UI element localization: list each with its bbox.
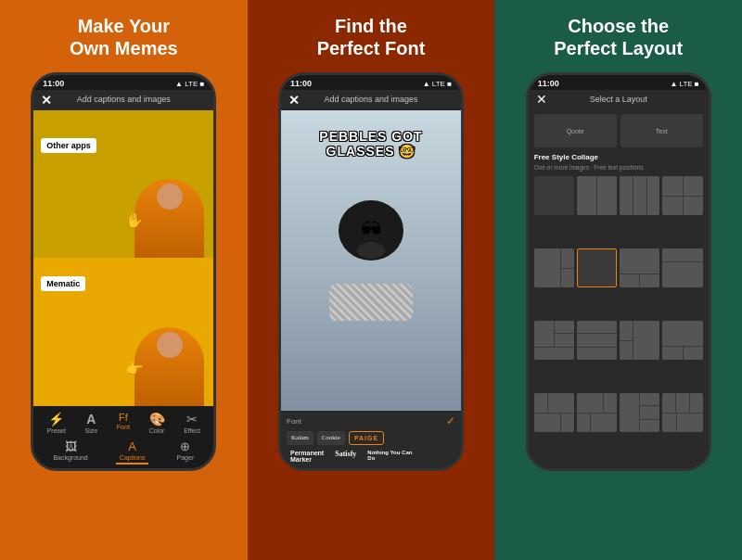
layout-cell-11[interactable] [620,321,659,360]
toolbar-tabs: 🖼 Background A Captions ⊕ Pager [37,438,210,465]
meme-top: ✋ Other apps [33,110,213,259]
bolt-icon: ⚡ [48,412,64,426]
tab-pager[interactable]: ⊕ Pager [173,438,198,465]
pager-tab-label: Pager [177,454,195,461]
layout-cell-7[interactable] [620,248,659,287]
status-bar-2: 11:00 ▲ LTE ■ [281,75,461,90]
background-tab-icon: 🖼 [65,439,77,453]
panel2-title: Find thePerfect Font [317,15,426,59]
layout-quote[interactable]: Quote [534,114,617,147]
layout-text[interactable]: Text [620,114,703,147]
text-label: Text [656,128,668,134]
font-toolbar-label: Font [287,417,301,426]
effect-icon[interactable]: ✂ Effect [184,412,200,434]
panel3-title: Choose thePerfect Layout [554,15,683,59]
panel-layout: Choose thePerfect Layout 11:00 ▲ LTE ■ ✕… [494,0,742,560]
font-list-row2: PermanentMarker Satisfy Nothing You CanD… [287,448,455,465]
font-satisfy[interactable]: Satisfy [331,448,360,465]
font-label: Font [117,424,130,430]
size-icon[interactable]: A Size [85,412,98,434]
color-icon[interactable]: 🎨 Color [149,412,165,434]
close-icon-3[interactable]: ✕ [536,92,547,107]
layout-cell-6[interactable] [577,248,617,287]
font-permanent-marker[interactable]: PermanentMarker [287,448,327,465]
mematic-label: Mematic [41,276,85,291]
phone-1: 11:00 ▲ LTE ■ ✕ Add captions and images … [31,72,216,471]
pager-tab-icon: ⊕ [180,439,190,453]
time-2: 11:00 [290,79,312,88]
layout-cell-14[interactable] [577,393,617,432]
quote-label: Quote [567,128,584,134]
other-apps-label: Other apps [41,138,96,153]
font-nothing[interactable]: Nothing You CanDo [364,448,416,465]
time-1: 11:00 [43,79,64,88]
layout-cell-8[interactable] [662,248,702,287]
font-symbol: Ff [119,412,128,423]
phone-2: 11:00 ▲ LTE ■ ✕ Add captions and images … [278,72,464,471]
nav-bar-3: ✕ Select a Layout [529,90,709,108]
scissors-icon: ✂ [186,412,198,426]
layout-cell-1[interactable] [534,176,574,215]
size-label: Size [85,427,98,434]
meme-bottom: 👉 Mematic [33,258,213,406]
nav-title-1: Add captions and images [77,95,171,106]
status-bar-1: 11:00 ▲ LTE ■ [33,75,213,90]
phone-content-1: ✋ Other apps 👉 Mematic ⚡ [33,110,213,468]
panel-font: Find thePerfect Font 11:00 ▲ LTE ■ ✕ Add… [248,0,495,560]
nav-title-3: Select a Layout [590,95,647,104]
panel1-title: Make YourOwn Memes [70,15,178,59]
status-bar-3: 11:00 ▲ LTE ■ [529,75,709,90]
font-cookie[interactable]: Cookie [317,431,345,445]
layout-cell-2[interactable] [577,176,617,215]
font-label-row: Font ✓ [287,414,455,427]
captions-tab-label: Captions [120,454,146,461]
layout-cell-13[interactable] [534,393,574,432]
font-check-icon[interactable]: ✓ [446,414,455,427]
nav-bar-2: ✕ Add captions and images [281,90,461,110]
layout-cell-5[interactable] [534,248,574,287]
font-icon[interactable]: Ff Font [117,412,130,434]
layout-cell-9[interactable] [534,321,574,360]
signal-1: ▲ LTE ■ [175,80,204,88]
layout-cell-4[interactable] [662,176,702,215]
panel-memes: Make YourOwn Memes 11:00 ▲ LTE ■ ✕ Add c… [0,0,248,560]
layout-cell-3[interactable] [620,176,659,215]
preset-icon[interactable]: ⚡ Preset [47,412,66,434]
layout-grid [534,176,703,463]
phone-content-2: PEBBLES GOT GLASSES 🤓 🕶 [281,110,461,468]
font-toolbar: Font ✓ Kalam Cookie PAIGE PermanentMarke… [281,411,461,468]
toolbar-icons: ⚡ Preset A Size Ff Font 🎨 Color [37,412,210,434]
toolbar-1: ⚡ Preset A Size Ff Font 🎨 Color [33,406,213,468]
layout-top-row: Quote Text [534,114,703,147]
layout-cell-10[interactable] [577,321,617,360]
font-list-row1: Kalam Cookie PAIGE [287,431,455,445]
effect-label: Effect [184,427,200,434]
nav-title-2: Add captions and images [324,95,417,106]
section-label: Free Style Collage [534,153,703,161]
font-image-area: PEBBLES GOT GLASSES 🤓 🕶 [281,110,461,411]
close-icon-2[interactable]: ✕ [288,93,300,108]
font-paige[interactable]: PAIGE [349,431,384,445]
signal-2: ▲ LTE ■ [423,80,452,88]
layout-cell-15[interactable] [620,393,659,432]
text-size-icon: A [86,412,96,426]
layout-cell-12[interactable] [662,321,702,360]
tab-captions[interactable]: A Captions [116,438,149,465]
background-tab-label: Background [53,454,87,461]
meme-area: ✋ Other apps 👉 Mematic [33,110,213,406]
nav-bar-1: ✕ Add captions and images [33,90,213,110]
font-kalam[interactable]: Kalam [287,431,313,445]
meme-text-overlay: PEBBLES GOT GLASSES 🤓 [281,129,461,160]
captions-tab-icon: A [128,439,136,453]
color-symbol: 🎨 [149,412,165,426]
section-sub: One or more images · Free text positions [534,164,703,171]
layout-cell-16[interactable] [662,393,702,432]
close-icon-1[interactable]: ✕ [41,93,52,108]
color-label: Color [149,427,165,434]
preset-label: Preset [47,427,66,434]
tab-background[interactable]: 🖼 Background [49,438,91,465]
phone-content-3: Quote Text Free Style Collage One or mor… [529,108,709,468]
signal-3: ▲ LTE ■ [670,80,698,88]
layout-content: Quote Text Free Style Collage One or mor… [529,108,709,468]
phone-3: 11:00 ▲ LTE ■ ✕ Select a Layout Quote Te… [526,72,711,471]
